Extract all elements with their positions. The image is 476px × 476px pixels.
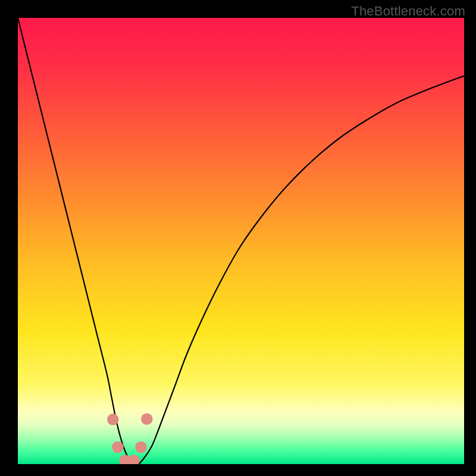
chart-frame: TheBottleneck.com xyxy=(0,0,476,476)
marker-dot xyxy=(135,441,147,453)
marker-dot xyxy=(107,414,119,425)
watermark-text: TheBottleneck.com xyxy=(351,4,465,19)
gradient-background xyxy=(18,18,464,464)
plot-area xyxy=(18,18,464,464)
marker-dot xyxy=(112,441,124,453)
chart-svg xyxy=(18,18,464,464)
marker-dot xyxy=(141,414,153,425)
